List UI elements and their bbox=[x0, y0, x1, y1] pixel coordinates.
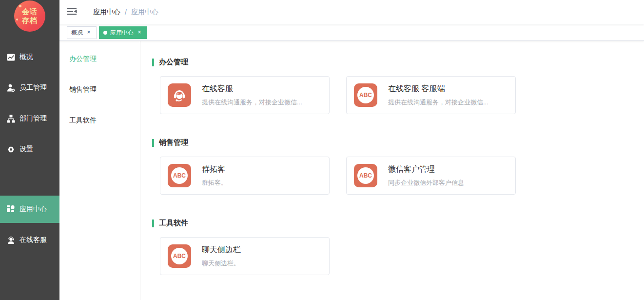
breadcrumb-item-current: 应用中心 bbox=[131, 8, 158, 17]
gear-icon bbox=[6, 145, 15, 154]
app-description: 群拓客。 bbox=[202, 179, 227, 187]
app-description: 同步企业微信外部客户信息 bbox=[388, 179, 464, 187]
tabs-bar: 概况 × 应用中心 × bbox=[59, 24, 644, 41]
section-title-bar bbox=[152, 139, 154, 147]
logo-deco-dot bbox=[16, 19, 18, 20]
section-header: 销售管理 bbox=[152, 138, 634, 147]
app-description: 聊天侧边栏。 bbox=[202, 259, 241, 268]
abc-icon-label: ABC bbox=[357, 167, 374, 184]
app-card-chat-sidebar[interactable]: ABC 聊天侧边栏 聊天侧边栏。 bbox=[160, 237, 330, 275]
breadcrumb: 应用中心 / 应用中心 bbox=[93, 8, 158, 17]
tab-overview[interactable]: 概况 × bbox=[67, 26, 97, 39]
tab-label: 应用中心 bbox=[110, 29, 134, 37]
sidebar-item-settings[interactable]: 设置 bbox=[0, 136, 59, 163]
apps-grid-icon bbox=[6, 205, 15, 214]
abc-icon-label: ABC bbox=[171, 248, 188, 264]
section-title: 办公管理 bbox=[159, 58, 188, 67]
abc-icon: ABC bbox=[168, 244, 191, 268]
app-name: 聊天侧边栏 bbox=[202, 245, 241, 255]
sidebar-item-employees[interactable]: 员工管理 bbox=[0, 74, 59, 101]
sidebar-toggle-button[interactable] bbox=[59, 0, 85, 24]
category-item-tools[interactable]: 工具软件 bbox=[59, 106, 140, 134]
section-title-bar bbox=[152, 220, 154, 227]
abc-icon: ABC bbox=[168, 164, 191, 187]
employee-icon bbox=[6, 83, 15, 92]
category-item-sales[interactable]: 销售管理 bbox=[59, 76, 140, 103]
department-icon bbox=[6, 114, 15, 123]
sidebar-item-label: 在线客服 bbox=[20, 236, 47, 244]
breadcrumb-item[interactable]: 应用中心 bbox=[93, 8, 120, 17]
app-description: 提供在线沟通服务，对接企业微信... bbox=[202, 98, 302, 107]
customer-service-icon bbox=[6, 236, 15, 244]
sidebar-item-app-center[interactable]: 应用中心 bbox=[0, 196, 59, 223]
section-header: 工具软件 bbox=[152, 219, 634, 228]
card-text: 群拓客 群拓客。 bbox=[202, 164, 227, 187]
close-icon[interactable]: × bbox=[85, 29, 92, 36]
card-text: 微信客户管理 同步企业微信外部客户信息 bbox=[388, 164, 464, 187]
breadcrumb-separator: / bbox=[125, 8, 127, 16]
card-text: 聊天侧边栏 聊天侧边栏。 bbox=[202, 245, 241, 268]
sidebar-item-label: 员工管理 bbox=[20, 83, 47, 92]
sidebar-item-label: 设置 bbox=[20, 145, 33, 154]
main-column: 应用中心 / 应用中心 概况 × 应用中心 × 办公管理 销售管理 工具软件 bbox=[59, 0, 644, 300]
card-row: 在线客服 提供在线沟通服务，对接企业微信... ABC 在线客服 客服端 提供在… bbox=[160, 76, 634, 114]
sidebar-item-label: 概况 bbox=[20, 53, 33, 61]
abc-icon: ABC bbox=[354, 164, 377, 187]
app-description: 提供在线沟通服务，对接企业微信... bbox=[388, 98, 488, 107]
card-text: 在线客服 提供在线沟通服务，对接企业微信... bbox=[202, 84, 302, 107]
active-tab-dot bbox=[103, 31, 107, 35]
content-area: 办公管理 销售管理 工具软件 办公管理 bbox=[59, 41, 644, 300]
primary-sidebar: 会话 存档 概况 员工管理 部门管理 bbox=[0, 0, 59, 300]
sidebar-item-label: 应用中心 bbox=[20, 205, 47, 214]
primary-menu: 概况 员工管理 部门管理 设置 bbox=[0, 32, 59, 254]
app-name: 群拓客 bbox=[202, 164, 227, 175]
chart-icon bbox=[6, 53, 15, 61]
section-title: 工具软件 bbox=[159, 219, 188, 228]
hamburger-icon bbox=[67, 8, 78, 17]
sidebar-item-overview[interactable]: 概况 bbox=[0, 43, 59, 71]
top-navbar: 应用中心 / 应用中心 bbox=[59, 0, 644, 24]
app-card-service-client[interactable]: ABC 在线客服 客服端 提供在线沟通服务，对接企业微信... bbox=[346, 76, 516, 114]
abc-icon-label: ABC bbox=[357, 87, 374, 103]
app-name: 在线客服 bbox=[202, 84, 302, 94]
category-item-office[interactable]: 办公管理 bbox=[59, 45, 140, 72]
app-root: 会话 存档 概况 员工管理 部门管理 bbox=[0, 0, 644, 300]
section-title-bar bbox=[152, 59, 154, 66]
logo-text-line1: 会话 bbox=[22, 7, 38, 16]
app-list-panel: 办公管理 在线客服 提供在线沟通服务，对接企业微信... bbox=[140, 41, 644, 300]
card-text: 在线客服 客服端 提供在线沟通服务，对接企业微信... bbox=[388, 84, 488, 107]
section-office: 办公管理 在线客服 提供在线沟通服务，对接企业微信... bbox=[152, 58, 634, 114]
category-sidebar: 办公管理 销售管理 工具软件 bbox=[59, 41, 140, 300]
logo-text-line2: 存档 bbox=[22, 16, 38, 25]
sidebar-item-label: 部门管理 bbox=[20, 114, 47, 123]
abc-icon-label: ABC bbox=[171, 167, 188, 184]
logo: 会话 存档 bbox=[14, 0, 45, 32]
tab-label: 概况 bbox=[71, 29, 83, 37]
abc-icon: ABC bbox=[354, 83, 377, 107]
sidebar-item-departments[interactable]: 部门管理 bbox=[0, 105, 59, 132]
section-title: 销售管理 bbox=[159, 138, 188, 147]
section-header: 办公管理 bbox=[152, 58, 634, 67]
app-card-online-service[interactable]: 在线客服 提供在线沟通服务，对接企业微信... bbox=[160, 76, 330, 114]
card-row: ABC 聊天侧边栏 聊天侧边栏。 bbox=[160, 237, 634, 275]
tab-app-center[interactable]: 应用中心 × bbox=[99, 26, 147, 39]
close-icon[interactable]: × bbox=[136, 29, 143, 36]
section-sales: 销售管理 ABC 群拓客 群拓客。 bbox=[152, 138, 634, 195]
app-name: 在线客服 客服端 bbox=[388, 84, 488, 94]
app-name: 微信客户管理 bbox=[388, 164, 464, 175]
logo-deco-dot bbox=[19, 5, 21, 7]
sidebar-item-online-service[interactable]: 在线客服 bbox=[0, 226, 59, 254]
headset-icon bbox=[168, 83, 191, 107]
app-card-wechat-customers[interactable]: ABC 微信客户管理 同步企业微信外部客户信息 bbox=[346, 157, 516, 195]
card-row: ABC 群拓客 群拓客。 ABC 微信客 bbox=[160, 157, 634, 195]
app-card-group-marketing[interactable]: ABC 群拓客 群拓客。 bbox=[160, 157, 330, 195]
section-tools: 工具软件 ABC 聊天侧边栏 聊天侧边栏。 bbox=[152, 219, 634, 275]
